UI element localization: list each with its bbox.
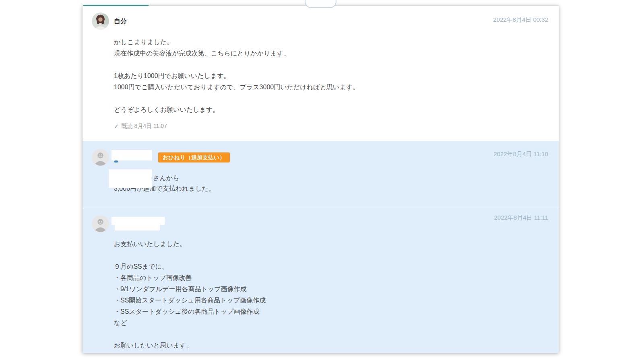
message-row-self: 自分 2022年8月4日 00:32 かしこまりました。 現在作成中の美容液が完… [83,6,559,141]
default-avatar-icon [92,215,109,232]
sender-name: 自分 [114,17,127,26]
message-line: 1枚あたり1000円でお願いいたします。 [114,70,359,82]
message-line: ・各商品のトップ画像改善 [114,272,266,284]
message-line: 現在作成中の美容液が完成次第、こちらにとりかかります。 [114,48,359,59]
default-avatar-icon [92,149,109,166]
redaction-box [111,150,152,160]
message-line: お支払いいたしました。 [114,239,266,250]
self-avatar[interactable] [92,12,109,30]
message-line: お願いしたいと思います。 [114,340,266,351]
message-line [114,59,359,70]
message-line: さんから [153,173,180,184]
page-background: 自分 2022年8月4日 00:32 かしこまりました。 現在作成中の美容液が完… [0,0,644,362]
message-body: お支払いいたしました。 ９月のSSまでに、 ・各商品のトップ画像改善 ・9/1ワ… [114,239,266,351]
read-receipt-label: 既読 8月4日 11:07 [122,123,167,130]
message-line [114,93,359,104]
client-avatar[interactable] [92,215,109,232]
message-timestamp: 2022年8月4日 00:32 [493,16,548,24]
scroll-top-button[interactable] [305,0,336,8]
message-line: ・9/1ワンダフルデー用各商品トップ画像作成 [114,284,266,295]
message-line: ９月のSSまでに、 [114,261,266,272]
redaction-box [109,169,152,188]
message-line: かしこまりました。 [114,37,359,48]
message-timestamp: 2022年8月4日 11:11 [494,214,548,222]
message-row-client: 2022年8月4日 11:11 お支払いいたしました。 ９月のSSまでに、 ・各… [83,207,559,353]
redacted-name-remnant [114,160,118,162]
message-line: ・SSスタートダッシュ後の各商品トップ画像作成 [114,306,266,317]
message-line: など [114,317,266,329]
redaction-box [111,217,165,225]
message-line: どうぞよろしくお願いいたします。 [114,104,359,115]
check-icon: ✓ [114,123,119,130]
message-line [114,250,266,261]
message-body: かしこまりました。 現在作成中の美容液が完成次第、こちらにとりかかります。 1枚… [114,37,359,115]
message-line: ・SS開始スタートダッシュ用各商品トップ画像作成 [114,295,266,306]
message-line [114,329,266,340]
redaction-box [115,224,160,230]
message-timestamp: 2022年8月4日 11:10 [493,150,548,158]
chat-thread-panel: 自分 2022年8月4日 00:32 かしこまりました。 現在作成中の美容液が完… [83,6,559,353]
tip-badge: おひねり（追加支払い） [158,152,230,162]
read-receipt: ✓ 既読 8月4日 11:07 [114,123,167,130]
client-avatar[interactable] [92,149,109,166]
message-row-tip: おひねり（追加支払い） 2022年8月4日 11:10 さんから 3,000円が… [83,141,559,207]
self-avatar-image [92,12,109,30]
message-line: 1000円でご購入いただいておりますので、プラス3000円いただければと思います… [114,82,359,93]
